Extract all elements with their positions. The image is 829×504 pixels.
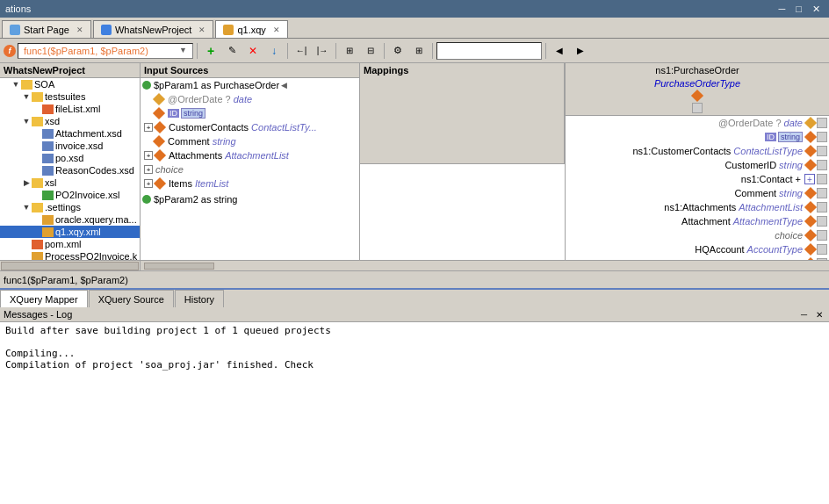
tree-item-attachment-xsd[interactable]: Attachment.xsd xyxy=(0,127,140,140)
toggle-testsuites[interactable]: ▼ xyxy=(21,91,32,102)
expand-all-btn[interactable]: ⊞ xyxy=(340,41,359,61)
toggle-soa[interactable]: ▼ xyxy=(11,79,21,90)
tree-item-soa[interactable]: ▼ SOA xyxy=(0,78,140,90)
orderdate-tgt-diamond xyxy=(804,117,817,129)
xsd-icon-invoice xyxy=(42,141,54,151)
btab-history[interactable]: History xyxy=(175,290,224,307)
folder-icon-xsd xyxy=(32,117,43,126)
tgt-attachments[interactable]: ns1:Attachments AttachmentList xyxy=(566,200,829,214)
tgt-comment[interactable]: Comment string xyxy=(566,186,829,200)
btab-xquery-source[interactable]: XQuery Source xyxy=(89,290,174,307)
func-selector[interactable]: func1($pParam1, $pParam2) ▼ xyxy=(18,43,193,59)
tgt-hqaccount[interactable]: HQAccount AccountType xyxy=(566,242,829,256)
tab-whatsnew[interactable]: WhatsNewProject ✕ xyxy=(93,20,213,38)
edit-btn[interactable]: ✎ xyxy=(222,41,241,61)
grid-btn[interactable]: ⊞ xyxy=(409,41,429,61)
target-diamond xyxy=(691,90,703,102)
id-badge: ID xyxy=(168,109,179,118)
xsd-icon-attachment xyxy=(42,129,54,139)
close-btn[interactable]: ✕ xyxy=(809,4,824,15)
log-minimize-btn[interactable]: ─ xyxy=(798,310,810,320)
tree-item-process1[interactable]: ProcessPO2Invoice.k xyxy=(0,250,140,260)
tgt-id[interactable]: ID string xyxy=(566,130,829,144)
tree-item-invoice-xsd[interactable]: invoice.xsd xyxy=(0,140,140,152)
param2-source[interactable]: $pParam2 as string xyxy=(141,192,359,206)
project-tree-panel: WhatsNewProject ▼ SOA ▼ xyxy=(0,63,141,260)
log-header: Messages - Log ─ ✕ xyxy=(0,307,829,322)
delete-btn[interactable]: ✕ xyxy=(243,41,263,61)
tree-item-reasoncodes[interactable]: ReasonCodes.xsd xyxy=(0,164,140,176)
toggle-xsl[interactable]: ▶ xyxy=(21,177,32,188)
tree-item-filelist[interactable]: fileList.xml xyxy=(0,103,140,115)
param1-expand[interactable]: ◀ xyxy=(281,81,287,90)
log-close-btn[interactable]: ✕ xyxy=(813,310,825,320)
log-panel: Messages - Log ─ ✕ Build after save buil… xyxy=(0,307,829,504)
tab-whatsnew-label: WhatsNewProject xyxy=(115,25,191,35)
tgt-choice[interactable]: choice xyxy=(566,228,829,242)
tree-item-xsd[interactable]: ▼ xsd xyxy=(0,115,140,127)
customercontacts-item[interactable]: + CustomerContacts ContactListTy... xyxy=(141,120,359,134)
tgt-customerid[interactable]: CustomerID string xyxy=(566,158,829,172)
expand-items[interactable]: + xyxy=(144,179,153,188)
tgt-contact[interactable]: ns1:Contact + + xyxy=(566,172,829,186)
settings-btn[interactable]: ⚙ xyxy=(388,41,407,61)
tree-item-po2invoice-xsl[interactable]: PO2Invoice.xsl xyxy=(0,189,140,201)
tgt-id-badge: ID xyxy=(765,133,776,141)
expand-attachments[interactable]: + xyxy=(144,151,153,160)
tab-close-icon[interactable]: ✕ xyxy=(76,25,83,34)
tree-item-po-xsd[interactable]: po.xsd xyxy=(0,152,140,164)
project-tree-title: WhatsNewProject xyxy=(0,63,140,78)
tree-item-settings[interactable]: ▼ .settings xyxy=(0,201,140,213)
search-prev-btn[interactable]: ◀ xyxy=(550,41,569,61)
tab-q1xqy-close[interactable]: ✕ xyxy=(273,25,280,34)
folder-icon-xsl xyxy=(32,178,43,188)
toggle-settings[interactable]: ▼ xyxy=(21,202,32,212)
btab-xquery-mapper[interactable]: XQuery Mapper xyxy=(0,290,88,307)
scrollbar-area[interactable] xyxy=(0,260,829,270)
expand-customercontacts[interactable]: + xyxy=(144,123,153,132)
tab-whatsnew-close[interactable]: ✕ xyxy=(198,25,205,34)
contact-expand-btn[interactable]: + xyxy=(804,174,815,184)
tree-item-oracle-xquery[interactable]: oracle.xquery.ma... xyxy=(0,213,140,226)
tree-item-xsl[interactable]: ▶ xsl xyxy=(0,176,140,189)
sep4 xyxy=(384,43,385,59)
expand-choice[interactable]: + xyxy=(144,165,153,174)
move-right-btn[interactable]: |→ xyxy=(313,41,332,61)
folder-icon-testsuites xyxy=(32,92,43,102)
minimize-btn[interactable]: ─ xyxy=(775,4,789,15)
xqy-icon-oracle xyxy=(42,215,54,225)
tgt-customercontacts[interactable]: ns1:CustomerContacts ContactListType xyxy=(566,144,829,158)
tab-q1xqy[interactable]: q1.xqy ✕ xyxy=(215,20,287,38)
attachments-tgt-diamond xyxy=(804,201,817,213)
comment-item[interactable]: Comment string xyxy=(141,134,359,148)
attachments-item[interactable]: + Attachments AttachmentList xyxy=(141,148,359,162)
target-ns-label: ns1:PurchaseOrder xyxy=(655,65,739,76)
search-next-btn[interactable]: ▶ xyxy=(571,41,590,61)
customercontacts-tgt-diamond xyxy=(804,145,817,157)
tab-start-page[interactable]: Start Page ✕ xyxy=(2,20,91,38)
tgt-attachment[interactable]: Attachment AttachmentType xyxy=(566,214,829,228)
move-left-btn[interactable]: ←| xyxy=(292,41,311,61)
choice-item[interactable]: + choice xyxy=(141,162,359,176)
items-item[interactable]: + Items ItemList xyxy=(141,176,359,191)
tree-item-q1xqy-xml[interactable]: q1.xqy.xml xyxy=(0,226,140,238)
tree-item-pom[interactable]: pom.xml xyxy=(0,238,140,250)
id-item[interactable]: ID string xyxy=(141,106,359,120)
param1-source[interactable]: $pParam1 as PurchaseOrder ◀ xyxy=(141,78,359,92)
down-btn[interactable]: ↓ xyxy=(264,41,284,61)
add-btn[interactable]: + xyxy=(201,41,220,61)
title-text: ations xyxy=(5,4,31,14)
tab-bar: Start Page ✕ WhatsNewProject ✕ q1.xqy ✕ xyxy=(0,18,829,39)
input-sources-panel: Input Sources $pParam1 as PurchaseOrder … xyxy=(141,63,360,260)
collapse-all-btn[interactable]: ⊟ xyxy=(361,41,380,61)
items-diamond xyxy=(154,177,166,190)
search-input[interactable] xyxy=(436,42,542,60)
tree-item-testsuites[interactable]: ▼ testsuites xyxy=(0,90,140,103)
id-connector xyxy=(817,132,827,142)
orderdate-item[interactable]: @OrderDate ? date xyxy=(141,92,359,106)
toggle-xsd[interactable]: ▼ xyxy=(21,116,32,126)
tgt-orderdate[interactable]: @OrderDate ? date xyxy=(566,116,829,130)
maximize-btn[interactable]: □ xyxy=(792,4,805,15)
mappings-header: Mappings xyxy=(360,63,565,164)
xsl-icon xyxy=(42,191,54,200)
